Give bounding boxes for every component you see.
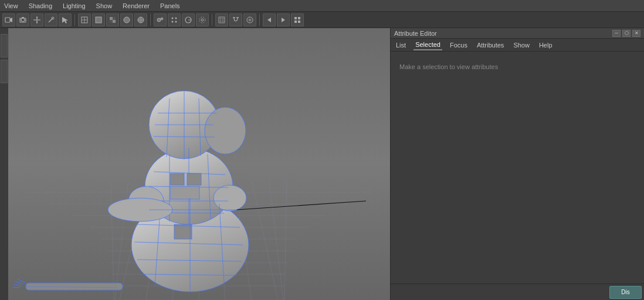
textured-btn[interactable] bbox=[106, 13, 119, 26]
snap-grid-btn[interactable] bbox=[215, 13, 228, 26]
svg-marker-11 bbox=[62, 17, 68, 23]
svg-rect-88 bbox=[170, 186, 199, 199]
attribute-editor-panel: Attribute Editor ─ ⬡ ✕ List Selected Foc… bbox=[390, 28, 644, 300]
attr-hint-text: Make a selection to view attributes bbox=[399, 63, 498, 70]
svg-marker-1 bbox=[10, 18, 12, 22]
transform-btn[interactable] bbox=[30, 13, 43, 26]
svg-point-27 bbox=[175, 17, 177, 19]
svg-point-26 bbox=[172, 17, 174, 19]
separator-1 bbox=[74, 14, 75, 26]
svg-point-29 bbox=[175, 21, 177, 22]
svg-marker-8 bbox=[36, 22, 38, 23]
svg-marker-7 bbox=[36, 16, 38, 18]
svg-rect-47 bbox=[294, 21, 297, 23]
display-btn[interactable]: Dis bbox=[609, 286, 642, 299]
svg-point-76 bbox=[205, 107, 246, 154]
points-btn[interactable] bbox=[168, 13, 181, 26]
attr-menu-list[interactable]: List bbox=[394, 40, 408, 50]
svg-point-20 bbox=[124, 17, 130, 23]
smooth-btn[interactable] bbox=[120, 13, 133, 26]
menu-item-renderer[interactable]: Renderer bbox=[121, 2, 151, 9]
svg-rect-45 bbox=[294, 17, 297, 19]
menu-item-panels[interactable]: Panels bbox=[158, 2, 182, 9]
svg-point-33 bbox=[199, 17, 205, 23]
attr-dock-btn[interactable]: ⬡ bbox=[622, 30, 631, 37]
svg-line-9 bbox=[49, 18, 53, 22]
obj-display-btn[interactable] bbox=[154, 13, 167, 26]
menu-bar: View Shading Lighting Show Renderer Pane… bbox=[0, 0, 644, 12]
attr-title-buttons: ─ ⬡ ✕ bbox=[612, 30, 640, 37]
svg-rect-105 bbox=[26, 283, 123, 290]
separator-4 bbox=[259, 14, 260, 26]
attr-content: Make a selection to view attributes bbox=[391, 52, 644, 284]
circle-btn[interactable] bbox=[182, 13, 195, 26]
separator-3 bbox=[212, 14, 212, 26]
attr-menu-selected[interactable]: Selected bbox=[413, 40, 442, 50]
svg-rect-15 bbox=[96, 17, 101, 23]
separator-2 bbox=[150, 14, 151, 26]
svg-marker-44 bbox=[282, 18, 285, 22]
toolbar bbox=[0, 12, 644, 28]
menu-item-show[interactable]: Show bbox=[94, 2, 114, 9]
attr-bottom-bar: Dis bbox=[391, 284, 644, 300]
attr-editor-title: Attribute Editor bbox=[394, 30, 437, 37]
select-btn[interactable] bbox=[59, 13, 72, 26]
viewport-panel[interactable] bbox=[0, 28, 390, 300]
film-camera-btn[interactable] bbox=[2, 13, 15, 26]
strip-btn-1[interactable] bbox=[1, 34, 8, 57]
svg-rect-4 bbox=[22, 17, 24, 18]
strip-btn-2[interactable] bbox=[1, 60, 8, 83]
list-btn[interactable] bbox=[291, 13, 304, 26]
svg-rect-46 bbox=[298, 17, 300, 19]
wireframe-btn[interactable] bbox=[78, 13, 91, 26]
brush-btn[interactable] bbox=[45, 13, 57, 26]
attr-menu-help[interactable]: Help bbox=[537, 40, 554, 50]
svg-rect-48 bbox=[298, 21, 300, 23]
menu-item-view[interactable]: View bbox=[2, 2, 20, 9]
attr-menu-attributes[interactable]: Attributes bbox=[475, 40, 506, 50]
attr-titlebar: Attribute Editor ─ ⬡ ✕ bbox=[391, 28, 644, 39]
svg-point-28 bbox=[172, 21, 174, 22]
svg-rect-34 bbox=[219, 17, 225, 23]
smooth-wire-btn[interactable] bbox=[134, 13, 147, 26]
menu-item-shading[interactable]: Shading bbox=[27, 2, 54, 9]
magnet-btn[interactable] bbox=[229, 13, 242, 26]
svg-point-2 bbox=[21, 18, 25, 22]
svg-rect-18 bbox=[110, 20, 113, 23]
svg-rect-86 bbox=[170, 173, 184, 185]
camera-btn[interactable] bbox=[16, 13, 29, 26]
svg-point-78 bbox=[213, 185, 246, 211]
main-layout: Attribute Editor ─ ⬡ ✕ List Selected Foc… bbox=[0, 28, 644, 300]
history-back-btn[interactable] bbox=[263, 13, 276, 26]
svg-marker-43 bbox=[267, 18, 271, 22]
svg-rect-0 bbox=[5, 18, 10, 22]
left-strip bbox=[0, 28, 8, 300]
svg-point-25 bbox=[161, 18, 163, 20]
svg-point-24 bbox=[157, 18, 161, 22]
attr-minimize-btn[interactable]: ─ bbox=[612, 30, 621, 37]
attr-menu-show[interactable]: Show bbox=[511, 40, 531, 50]
svg-rect-17 bbox=[113, 17, 116, 20]
attr-menu-focus[interactable]: Focus bbox=[448, 40, 469, 50]
svg-point-42 bbox=[249, 18, 252, 21]
attr-close-btn[interactable]: ✕ bbox=[632, 30, 640, 37]
svg-rect-19 bbox=[113, 20, 116, 23]
viewport-3d[interactable] bbox=[8, 28, 390, 300]
menu-item-lighting[interactable]: Lighting bbox=[61, 2, 87, 9]
shaded-btn[interactable] bbox=[92, 13, 105, 26]
svg-rect-87 bbox=[187, 173, 201, 185]
history-fwd-btn[interactable] bbox=[277, 13, 290, 26]
soft-select-btn[interactable] bbox=[243, 13, 256, 26]
svg-point-32 bbox=[201, 19, 204, 21]
svg-rect-89 bbox=[174, 224, 192, 239]
attr-menu: List Selected Focus Attributes Show Help bbox=[391, 39, 644, 52]
svg-rect-16 bbox=[110, 17, 113, 20]
settings-btn[interactable] bbox=[196, 13, 209, 26]
